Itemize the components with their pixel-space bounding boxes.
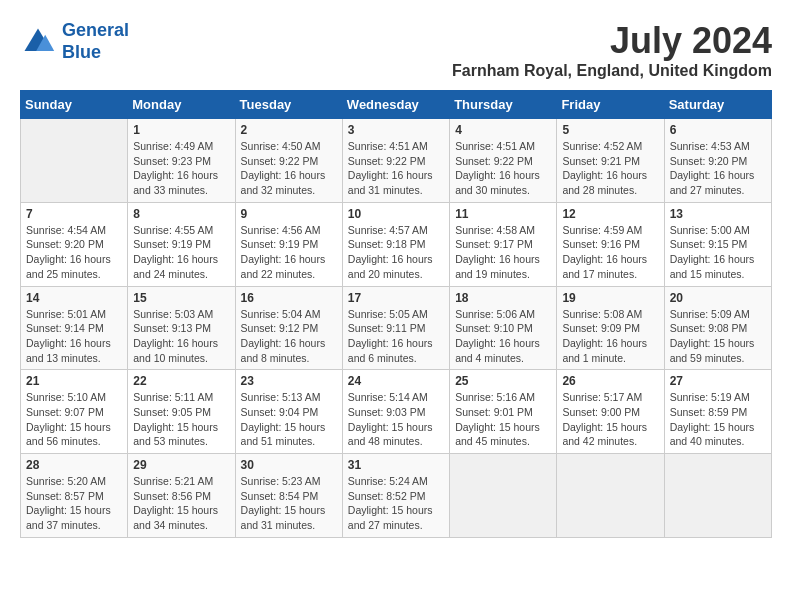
day-info: Sunrise: 4:56 AM Sunset: 9:19 PM Dayligh… [241,223,337,282]
header: General Blue July 2024 Farnham Royal, En… [20,20,772,80]
day-number: 4 [455,123,551,137]
day-number: 17 [348,291,444,305]
title-area: July 2024 Farnham Royal, England, United… [452,20,772,80]
day-info: Sunrise: 4:52 AM Sunset: 9:21 PM Dayligh… [562,139,658,198]
calendar-cell: 28Sunrise: 5:20 AM Sunset: 8:57 PM Dayli… [21,454,128,538]
day-number: 26 [562,374,658,388]
day-info: Sunrise: 5:23 AM Sunset: 8:54 PM Dayligh… [241,474,337,533]
logo-line2: Blue [62,42,101,62]
week-row-4: 21Sunrise: 5:10 AM Sunset: 9:07 PM Dayli… [21,370,772,454]
weekday-header-monday: Monday [128,91,235,119]
calendar-cell: 29Sunrise: 5:21 AM Sunset: 8:56 PM Dayli… [128,454,235,538]
location-title: Farnham Royal, England, United Kingdom [452,62,772,80]
logo-text: General Blue [62,20,129,63]
day-info: Sunrise: 4:57 AM Sunset: 9:18 PM Dayligh… [348,223,444,282]
calendar-cell: 9Sunrise: 4:56 AM Sunset: 9:19 PM Daylig… [235,202,342,286]
week-row-3: 14Sunrise: 5:01 AM Sunset: 9:14 PM Dayli… [21,286,772,370]
day-info: Sunrise: 5:00 AM Sunset: 9:15 PM Dayligh… [670,223,766,282]
calendar-cell: 6Sunrise: 4:53 AM Sunset: 9:20 PM Daylig… [664,119,771,203]
day-info: Sunrise: 4:54 AM Sunset: 9:20 PM Dayligh… [26,223,122,282]
calendar-cell: 14Sunrise: 5:01 AM Sunset: 9:14 PM Dayli… [21,286,128,370]
calendar-cell: 1Sunrise: 4:49 AM Sunset: 9:23 PM Daylig… [128,119,235,203]
day-info: Sunrise: 5:17 AM Sunset: 9:00 PM Dayligh… [562,390,658,449]
day-number: 12 [562,207,658,221]
weekday-header-thursday: Thursday [450,91,557,119]
calendar-cell: 18Sunrise: 5:06 AM Sunset: 9:10 PM Dayli… [450,286,557,370]
day-number: 10 [348,207,444,221]
calendar-cell: 12Sunrise: 4:59 AM Sunset: 9:16 PM Dayli… [557,202,664,286]
day-info: Sunrise: 4:51 AM Sunset: 9:22 PM Dayligh… [348,139,444,198]
calendar-cell: 25Sunrise: 5:16 AM Sunset: 9:01 PM Dayli… [450,370,557,454]
calendar-cell: 10Sunrise: 4:57 AM Sunset: 9:18 PM Dayli… [342,202,449,286]
calendar-cell: 22Sunrise: 5:11 AM Sunset: 9:05 PM Dayli… [128,370,235,454]
day-number: 11 [455,207,551,221]
calendar-cell: 5Sunrise: 4:52 AM Sunset: 9:21 PM Daylig… [557,119,664,203]
day-number: 27 [670,374,766,388]
day-info: Sunrise: 5:03 AM Sunset: 9:13 PM Dayligh… [133,307,229,366]
calendar-cell: 31Sunrise: 5:24 AM Sunset: 8:52 PM Dayli… [342,454,449,538]
day-number: 25 [455,374,551,388]
calendar-cell: 30Sunrise: 5:23 AM Sunset: 8:54 PM Dayli… [235,454,342,538]
day-info: Sunrise: 5:06 AM Sunset: 9:10 PM Dayligh… [455,307,551,366]
calendar-cell: 27Sunrise: 5:19 AM Sunset: 8:59 PM Dayli… [664,370,771,454]
logo-line1: General [62,20,129,40]
week-row-1: 1Sunrise: 4:49 AM Sunset: 9:23 PM Daylig… [21,119,772,203]
calendar-cell [450,454,557,538]
calendar-cell: 13Sunrise: 5:00 AM Sunset: 9:15 PM Dayli… [664,202,771,286]
day-info: Sunrise: 5:04 AM Sunset: 9:12 PM Dayligh… [241,307,337,366]
day-info: Sunrise: 5:10 AM Sunset: 9:07 PM Dayligh… [26,390,122,449]
weekday-header-friday: Friday [557,91,664,119]
day-info: Sunrise: 4:49 AM Sunset: 9:23 PM Dayligh… [133,139,229,198]
day-number: 20 [670,291,766,305]
day-number: 31 [348,458,444,472]
day-info: Sunrise: 4:59 AM Sunset: 9:16 PM Dayligh… [562,223,658,282]
day-number: 7 [26,207,122,221]
calendar-cell: 17Sunrise: 5:05 AM Sunset: 9:11 PM Dayli… [342,286,449,370]
weekday-header-saturday: Saturday [664,91,771,119]
day-info: Sunrise: 5:05 AM Sunset: 9:11 PM Dayligh… [348,307,444,366]
calendar-cell: 23Sunrise: 5:13 AM Sunset: 9:04 PM Dayli… [235,370,342,454]
day-number: 22 [133,374,229,388]
day-number: 8 [133,207,229,221]
day-number: 2 [241,123,337,137]
day-number: 19 [562,291,658,305]
weekday-header-wednesday: Wednesday [342,91,449,119]
calendar-cell [557,454,664,538]
calendar-cell: 7Sunrise: 4:54 AM Sunset: 9:20 PM Daylig… [21,202,128,286]
calendar-cell: 24Sunrise: 5:14 AM Sunset: 9:03 PM Dayli… [342,370,449,454]
day-number: 23 [241,374,337,388]
day-info: Sunrise: 5:14 AM Sunset: 9:03 PM Dayligh… [348,390,444,449]
week-row-2: 7Sunrise: 4:54 AM Sunset: 9:20 PM Daylig… [21,202,772,286]
day-number: 15 [133,291,229,305]
day-number: 13 [670,207,766,221]
day-number: 29 [133,458,229,472]
calendar-cell: 21Sunrise: 5:10 AM Sunset: 9:07 PM Dayli… [21,370,128,454]
calendar-cell: 19Sunrise: 5:08 AM Sunset: 9:09 PM Dayli… [557,286,664,370]
day-number: 6 [670,123,766,137]
day-number: 3 [348,123,444,137]
month-title: July 2024 [452,20,772,62]
day-number: 9 [241,207,337,221]
day-number: 18 [455,291,551,305]
calendar-cell: 2Sunrise: 4:50 AM Sunset: 9:22 PM Daylig… [235,119,342,203]
day-info: Sunrise: 5:16 AM Sunset: 9:01 PM Dayligh… [455,390,551,449]
weekday-header-tuesday: Tuesday [235,91,342,119]
calendar-cell: 26Sunrise: 5:17 AM Sunset: 9:00 PM Dayli… [557,370,664,454]
day-info: Sunrise: 5:13 AM Sunset: 9:04 PM Dayligh… [241,390,337,449]
day-info: Sunrise: 5:20 AM Sunset: 8:57 PM Dayligh… [26,474,122,533]
day-info: Sunrise: 5:21 AM Sunset: 8:56 PM Dayligh… [133,474,229,533]
calendar-cell: 8Sunrise: 4:55 AM Sunset: 9:19 PM Daylig… [128,202,235,286]
calendar-table: SundayMondayTuesdayWednesdayThursdayFrid… [20,90,772,538]
day-info: Sunrise: 4:53 AM Sunset: 9:20 PM Dayligh… [670,139,766,198]
day-info: Sunrise: 5:09 AM Sunset: 9:08 PM Dayligh… [670,307,766,366]
day-info: Sunrise: 4:50 AM Sunset: 9:22 PM Dayligh… [241,139,337,198]
day-number: 16 [241,291,337,305]
logo: General Blue [20,20,129,63]
day-info: Sunrise: 5:19 AM Sunset: 8:59 PM Dayligh… [670,390,766,449]
day-info: Sunrise: 5:11 AM Sunset: 9:05 PM Dayligh… [133,390,229,449]
day-number: 28 [26,458,122,472]
logo-icon [20,24,56,60]
day-number: 30 [241,458,337,472]
calendar-cell [664,454,771,538]
calendar-cell: 3Sunrise: 4:51 AM Sunset: 9:22 PM Daylig… [342,119,449,203]
